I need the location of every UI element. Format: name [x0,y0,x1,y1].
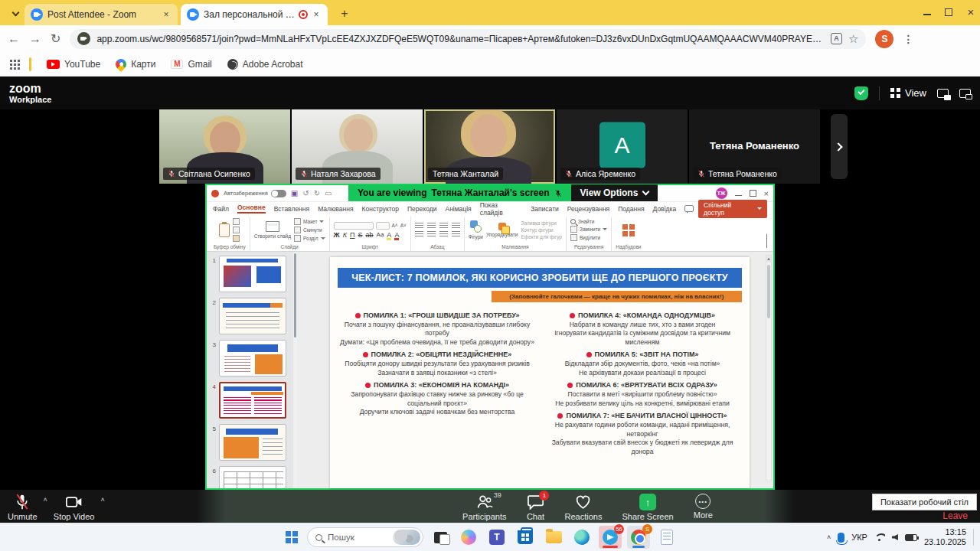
clock[interactable]: 13:15 23.10.2025 [924,527,966,547]
audio-options-chevron[interactable]: ˄ [44,490,47,504]
volume-icon[interactable] [892,534,898,540]
undo-icon[interactable]: ↺ [302,189,309,197]
slide-thumbnail[interactable] [219,340,286,377]
autosave-control[interactable]: Автозбереження [224,190,286,197]
align-center-icon[interactable] [427,231,436,238]
bookmark-maps[interactable]: Карти [116,59,155,70]
new-tab-button[interactable]: + [337,6,352,21]
start-button[interactable] [282,527,302,547]
video-tile-natalia[interactable]: Наталя Захарова [292,109,423,184]
layout-button[interactable]: Макет [294,218,325,225]
ppt-share-button[interactable]: Спільний доступ [698,200,767,218]
address-bar[interactable]: app.zoom.us/wc/9809568571/join?pwd=MmNLa… [70,29,866,49]
select-button[interactable]: Виділити [570,234,607,241]
shrink-font-button[interactable]: A˅ [400,223,407,228]
chrome-button[interactable]: S [627,526,650,549]
align-right-icon[interactable] [439,231,448,238]
indent-icon[interactable] [439,223,448,230]
bookmark-gmail[interactable]: MGmail [171,59,211,70]
ribbon-tab-view[interactable]: Подання [618,205,644,213]
next-participants-button[interactable] [831,114,848,179]
taskbar-search[interactable]: Пошук [307,527,423,547]
slide-thumb-5[interactable]: 5 [210,424,294,461]
comments-icon[interactable] [684,205,694,212]
slide-thumbnail-selected[interactable] [219,382,286,419]
justify-icon[interactable] [452,231,460,238]
cut-icon[interactable] [233,218,240,225]
collapse-ribbon-button[interactable] [766,235,770,251]
pip-window-icon[interactable] [937,89,949,98]
present-icon[interactable]: ▭ [325,189,332,197]
unmute-button[interactable]: Unmute [8,490,38,521]
slide-thumbnail[interactable] [219,256,286,292]
find-button[interactable]: Знайти [570,219,607,224]
apps-grid-icon[interactable] [9,59,20,70]
edge-button[interactable] [570,526,593,549]
current-slide[interactable]: ЧЕК-ЛИСТ: 7 ПОМИЛОК, ЯКІ КОРИСНО ЗРОБИТИ… [330,257,750,488]
minimize-button[interactable] [923,9,931,15]
shape-outline-button[interactable]: Контур фігури [521,227,562,233]
strikethrough-ab-button[interactable]: ab [365,231,373,239]
paste-icon[interactable] [219,223,230,237]
copilot-button[interactable] [457,526,480,549]
bookmark-acrobat[interactable]: Adobe Acrobat [227,59,303,70]
slide-thumb-4[interactable]: 4 [210,382,294,419]
ribbon-tab-home[interactable]: Основне [237,204,266,214]
view-button[interactable]: View [890,87,926,99]
slide-thumbnail[interactable] [219,424,286,461]
language-switcher[interactable]: УКР [851,533,867,542]
close-button[interactable]: × [966,8,975,16]
addins-icon[interactable] [622,224,635,236]
profile-avatar[interactable]: S [875,30,893,48]
share-screen-button[interactable]: ↑ Share Screen [622,490,673,523]
wifi-icon[interactable] [874,533,885,542]
shapes-button[interactable]: Фігури [469,234,483,240]
scroll-up-icon[interactable]: ▲ [766,256,771,262]
highlight-color-button[interactable]: А [387,231,391,239]
ppt-minimize-button[interactable] [735,191,742,196]
ribbon-tab-design[interactable]: Конструктор [362,205,399,213]
redo-icon[interactable]: ↻ [314,189,320,197]
copy-icon[interactable] [233,227,240,233]
chat-button[interactable]: 1 Chat [527,490,545,523]
translate-icon[interactable]: A [831,33,842,44]
task-view-button[interactable] [429,526,452,549]
ribbon-tab-animations[interactable]: Анімація [446,205,472,213]
teams-button[interactable]: T [485,526,508,549]
telegram-button[interactable]: 56 [599,526,622,549]
underline-button[interactable]: П [350,231,354,239]
ppt-restore-button[interactable] [750,190,756,197]
writer-button[interactable] [655,526,678,549]
shape-effects-button[interactable]: Ефекти для фігур [521,234,562,240]
bookmark-star-icon[interactable]: ☆ [848,32,858,46]
italic-button[interactable]: К [343,231,347,239]
new-slide-icon[interactable] [266,221,279,232]
view-options-button[interactable]: View Options [571,184,658,201]
slide-thumb-3[interactable]: 3 [210,340,294,377]
leave-button[interactable]: Leave [942,510,968,521]
battery-icon[interactable] [905,534,917,541]
video-tile-tetiana-r[interactable]: Тетяна Романенко Тетяна Романенко [689,109,820,184]
section-button[interactable]: Розділ [294,235,325,242]
replace-button[interactable]: Замінити [570,226,607,233]
more-button[interactable]: ••• More [694,490,713,523]
font-color-button[interactable]: А [394,231,399,239]
tray-mic-icon[interactable] [838,533,844,543]
search-highlight-image[interactable] [393,530,420,545]
tab-close-icon[interactable]: × [311,9,322,20]
participants-button[interactable]: 39 Participants [462,490,506,523]
video-options-chevron[interactable]: ˄ [100,490,104,504]
video-tile-alisa[interactable]: A Аліса Яременко [557,109,688,184]
shape-fill-button[interactable]: Заливка фігури [521,220,562,226]
change-case-button[interactable]: Аа [376,231,384,238]
strikethrough-button[interactable]: S [358,231,362,239]
bullets-icon[interactable] [415,223,423,230]
video-tile-svitlana[interactable]: Світлана Осипенко [159,109,290,184]
ribbon-tab-file[interactable]: Файл [213,205,229,213]
camera-permission-icon[interactable] [77,32,90,45]
ribbon-tab-help[interactable]: Довідка [653,205,677,213]
reactions-button[interactable]: Reactions [565,490,603,523]
security-shield-icon[interactable] [854,86,868,100]
url-text[interactable]: app.zoom.us/wc/9809568571/join?pwd=MmNLa… [96,34,825,44]
format-painter-icon[interactable] [233,235,240,242]
